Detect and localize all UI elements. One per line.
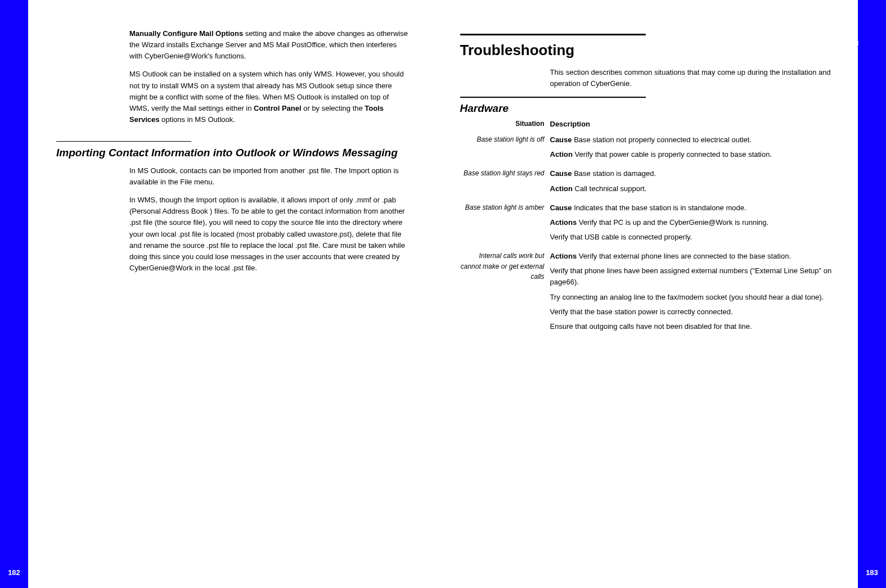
importing-p2: In WMS, though the Import option is avai… (129, 195, 410, 274)
p2c: or by selecting the (302, 104, 365, 112)
description-label: Actions (550, 218, 577, 227)
description-line: Action Call technical support. (550, 183, 842, 195)
description-line: Actions Verify that external phone lines… (550, 251, 842, 262)
situation-cell: Internal calls work but cannot make or g… (460, 251, 550, 336)
hardware-heading: Hardware (460, 100, 842, 116)
table-row: Base station light is amberCause Indicat… (460, 202, 842, 246)
description-line: Verify that the base station power is co… (550, 306, 842, 318)
left-spine-title: CG 2400 User Guide (0, 29, 47, 93)
left-spine: CG 2400 User Guide 182 (0, 0, 28, 588)
description-text: Ensure that outgoing calls have not been… (550, 322, 752, 331)
description-cell: Cause Indicates that the base station is… (550, 202, 842, 246)
description-label: Action (550, 184, 573, 193)
right-page-number: 183 (866, 568, 878, 577)
left-paragraph-2: MS Outlook can be installed on a system … (129, 69, 410, 125)
description-text: Verify that phone lines have been assign… (550, 266, 832, 286)
table-row: Base station light is offCause Base stat… (460, 134, 842, 164)
situation-cell: Base station light is amber (460, 202, 550, 246)
situation-cell: Base station light is off (460, 134, 550, 164)
description-line: Action Verify that power cable is proper… (550, 149, 842, 160)
description-line: Cause Indicates that the base station is… (550, 202, 842, 214)
description-line: Verify that phone lines have been assign… (550, 265, 842, 288)
control-panel-label: Control Panel (254, 104, 302, 112)
description-text: Verify that USB cable is connected prope… (550, 233, 692, 241)
table-row: Internal calls work but cannot make or g… (460, 251, 842, 336)
left-paragraph-1: Manually Configure Mail Options setting … (129, 28, 410, 62)
description-text: Indicates that the base station is in st… (572, 203, 746, 212)
description-text: Verify that the base station power is co… (550, 307, 733, 316)
left-page: CG 2400 User Guide 182 Manually Configur… (0, 0, 443, 588)
description-text: Verify that external phone lines are con… (577, 252, 791, 260)
description-cell: Actions Verify that external phone lines… (550, 251, 842, 336)
description-line: Cause Base station not properly connecte… (550, 134, 842, 146)
description-text: Verify that PC is up and the CyberGenie@… (577, 218, 768, 227)
importing-p1: In MS Outlook, contacts can be imported … (129, 165, 410, 188)
left-body-2: In MS Outlook, contacts can be imported … (129, 165, 410, 274)
description-label: Cause (550, 169, 572, 178)
table-row: Base station light stays redCause Base s… (460, 168, 842, 197)
description-label: Cause (550, 135, 572, 144)
description-label: Action (550, 150, 573, 159)
p2d: options in MS Outlook. (160, 115, 235, 124)
situation-header: Situation (460, 119, 550, 130)
manually-configure-label: Manually Configure Mail Options (129, 29, 243, 38)
description-cell: Cause Base station is damaged.Action Cal… (550, 168, 842, 197)
section-divider-short (56, 141, 191, 142)
right-content: Troubleshooting This section describes c… (443, 0, 858, 588)
table-header-row: Situation Description (460, 119, 842, 130)
situation-cell: Base station light stays red (460, 168, 550, 197)
description-line: Try connecting an analog line to the fax… (550, 292, 842, 303)
description-label: Actions (550, 252, 577, 260)
section-divider-wide (460, 34, 646, 35)
description-label: Cause (550, 203, 572, 212)
right-spine-title: Appendices (851, 30, 887, 70)
importing-heading: Importing Contact Information into Outlo… (56, 146, 410, 160)
left-content: Manually Configure Mail Options setting … (28, 0, 443, 588)
description-text: Base station is damaged. (572, 169, 656, 178)
description-text: Verify that power cable is properly conn… (573, 150, 772, 159)
troubleshooting-lead: This section describes common situations… (550, 67, 842, 89)
description-text: Base station not properly connected to e… (572, 135, 752, 144)
troubleshooting-heading: Troubleshooting (460, 39, 842, 61)
description-header: Description (550, 119, 842, 130)
section-divider-med (460, 97, 646, 98)
description-cell: Cause Base station not properly connecte… (550, 134, 842, 164)
description-text: Try connecting an analog line to the fax… (550, 293, 824, 301)
left-body: Manually Configure Mail Options setting … (129, 28, 410, 125)
description-text: Call technical support. (573, 184, 647, 193)
table-body: Base station light is offCause Base stat… (460, 134, 842, 336)
description-line: Verify that USB cable is connected prope… (550, 232, 842, 243)
right-page: Troubleshooting This section describes c… (443, 0, 887, 588)
page-spread: CG 2400 User Guide 182 Manually Configur… (0, 0, 886, 588)
right-spine: Appendices 183 (858, 0, 886, 588)
description-line: Ensure that outgoing calls have not been… (550, 321, 842, 332)
left-page-number: 182 (8, 568, 20, 577)
description-line: Cause Base station is damaged. (550, 168, 842, 179)
description-line: Actions Verify that PC is up and the Cyb… (550, 217, 842, 228)
